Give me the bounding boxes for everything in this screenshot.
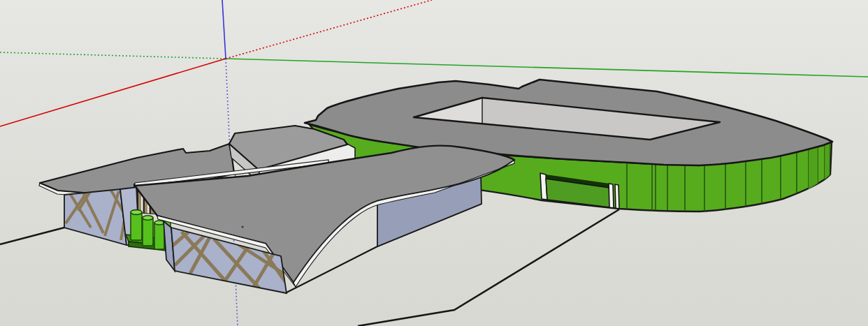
column-3 [154,221,164,249]
model-canvas[interactable] [0,0,868,326]
wall-facet-shade [809,146,818,189]
door-right-jamb-outer [615,184,619,209]
column-2 [143,216,153,246]
stray-point-marker [241,225,243,228]
column-1 [131,210,142,240]
viewport-stage[interactable] [0,0,868,326]
door-right-jamb-inner [609,184,614,208]
wall-facet-shade-2 [825,142,830,179]
